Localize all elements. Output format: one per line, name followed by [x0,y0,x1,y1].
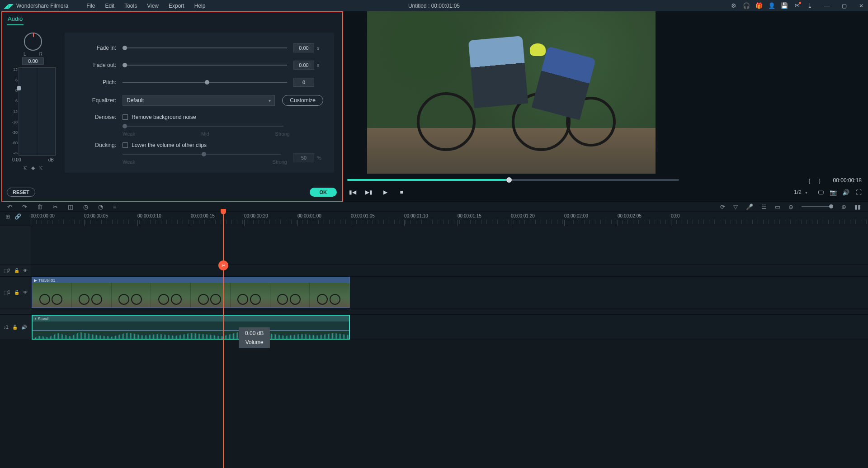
save-icon[interactable]: 💾 [781,3,788,9]
audio-panel: Audio LR 0.00 1260-6-12-18-30-60-∞ 0.00d… [1,11,343,202]
redo-icon[interactable]: ↷ [22,203,27,210]
denoise-checkbox-label[interactable]: Remove background noise [132,114,196,120]
preview-progress[interactable] [347,177,679,183]
balance-knob[interactable] [24,33,42,51]
speed-icon[interactable]: ◷ [83,203,88,210]
ruler-tick: 00:0 [671,213,679,218]
timeline-toolbar: ↶ ↷ 🗑 ✂ ◫ ◷ ◔ ≡ ⟳ ▽ 🎤 ☰ ▭ ⊖ ⊕ ▮▮ [0,202,868,212]
stop-button[interactable]: ■ [396,189,407,195]
fade-out-value[interactable]: 0.00 [293,61,314,70]
play-icon: ▶ [34,278,37,283]
message-icon[interactable]: ✉ [794,3,800,9]
next-frame-button[interactable]: ▶▮ [363,189,374,195]
settings-icon[interactable]: ⚙ [731,3,737,9]
mark-out-icon[interactable]: } [819,177,821,184]
scissor-icon[interactable]: ✂ [218,260,228,270]
pitch-value[interactable]: 0 [293,78,314,87]
lock-icon[interactable]: 🔓 [14,290,19,295]
keyframe-prev-icon[interactable]: Ⲕ [24,165,27,171]
lock-icon[interactable]: 🔓 [14,268,19,273]
snapshot-icon[interactable]: 📷 [830,189,836,195]
vu-meter[interactable] [19,67,56,156]
ducking-slider [123,151,281,157]
display-icon[interactable]: 🖵 [817,189,824,195]
zoom-slider[interactable] [802,206,833,207]
document-title: Untitled : 00:00:01:05 [408,3,460,9]
prev-frame-button[interactable]: ▮◀ [347,189,358,195]
keyframe-next-icon[interactable]: Ⲕ [39,165,42,171]
playhead[interactable]: ✂ [223,212,224,468]
volume-tooltip: 0.00 dB Volume [239,327,270,348]
fade-out-label: Fade out: [75,62,116,68]
audio-clip[interactable]: ♪Stand [32,315,350,340]
lock-icon[interactable]: 🔓 [12,325,18,330]
fade-in-value[interactable]: 0.00 [293,43,314,52]
fade-in-slider[interactable] [123,45,287,51]
menu-tools[interactable]: Tools [120,1,142,10]
fade-out-slider[interactable] [123,62,287,68]
account-icon[interactable]: 👤 [769,3,775,9]
adjust-icon[interactable]: ≡ [113,203,117,210]
balance-l: L [24,52,26,57]
close-button[interactable]: ✕ [858,3,864,9]
undo-icon[interactable]: ↶ [7,203,12,210]
menu-export[interactable]: Export [164,1,189,10]
menu-help[interactable]: Help [190,1,210,10]
maximize-button[interactable]: ▢ [841,3,847,9]
minimize-button[interactable]: — [824,3,830,9]
mixer-icon[interactable]: ☰ [761,203,767,210]
timeline-ruler[interactable]: ⊞ 🔗 00:00:00:0000:00:00:0500:00:00:1000:… [0,212,868,226]
split-icon[interactable]: ✂ [53,203,58,210]
keyframe-add-icon[interactable]: ◆ [31,165,35,171]
zoom-in-icon[interactable]: ⊕ [841,203,846,210]
equalizer-label: Equalizer: [75,97,116,104]
download-icon[interactable]: ⤓ [807,3,813,9]
ducking-checkbox-label[interactable]: Lower the volume of other clips [132,142,207,148]
volume-icon[interactable]: 🔊 [843,189,849,195]
zoom-fit-icon[interactable]: ▮▮ [854,203,861,210]
color-icon[interactable]: ◔ [98,203,103,210]
denoise-checkbox[interactable] [123,114,128,120]
mute-icon[interactable]: 🔊 [21,325,27,330]
fade-in-label: Fade in: [75,45,116,51]
reset-button[interactable]: RESET [7,188,35,197]
visibility-icon[interactable]: 👁 [23,290,28,295]
pitch-slider[interactable] [123,79,287,85]
track-spacer [0,308,868,315]
track-gap [0,226,868,265]
voiceover-icon[interactable]: 🎤 [746,203,753,210]
delete-icon[interactable]: 🗑 [37,203,43,210]
mark-in-icon[interactable]: { [808,177,810,184]
fullscreen-icon[interactable]: ⛶ [855,189,862,195]
pitch-label: Pitch: [75,79,116,85]
menu-edit[interactable]: Edit [101,1,119,10]
customize-button[interactable]: Customize [282,95,323,106]
balance-value[interactable]: 0.00 [22,57,44,65]
music-icon: ♪ [34,317,37,321]
zoom-out-icon[interactable]: ⊖ [788,203,793,210]
preview-quality-select[interactable]: 1/2▾ [790,188,811,196]
render-icon[interactable]: ⟳ [720,203,725,210]
equalizer-select[interactable]: Default▾ [123,95,275,106]
video-clip[interactable]: ▶Travel 01 [32,277,350,308]
gift-icon[interactable]: 🎁 [756,3,762,9]
ruler-tick: 00:00:01:15 [458,213,481,218]
denoise-label: Denoise: [75,114,116,120]
marker-icon[interactable]: ▽ [733,203,738,210]
support-icon[interactable]: 🎧 [743,3,750,9]
track-audio: ♪1🔓🔊 ♪Stand [0,315,868,340]
ok-button[interactable]: OK [310,188,337,197]
track-manage-icon[interactable]: ⊞ [5,213,10,220]
tab-audio[interactable]: Audio [7,15,24,25]
ducking-checkbox[interactable] [123,142,128,148]
play-button[interactable]: ▶ [380,189,391,195]
menu-file[interactable]: File [82,1,99,10]
thumbnail-icon[interactable]: ▭ [775,203,780,210]
crop-icon[interactable]: ◫ [68,203,73,210]
ruler-tick: 00:00:01:00 [297,213,321,218]
visibility-icon[interactable]: 👁 [23,268,28,273]
ruler-tick: 00:00:01:20 [511,213,535,218]
vu-unit: dB [48,157,54,162]
link-icon[interactable]: 🔗 [14,213,21,220]
menu-view[interactable]: View [142,1,163,10]
